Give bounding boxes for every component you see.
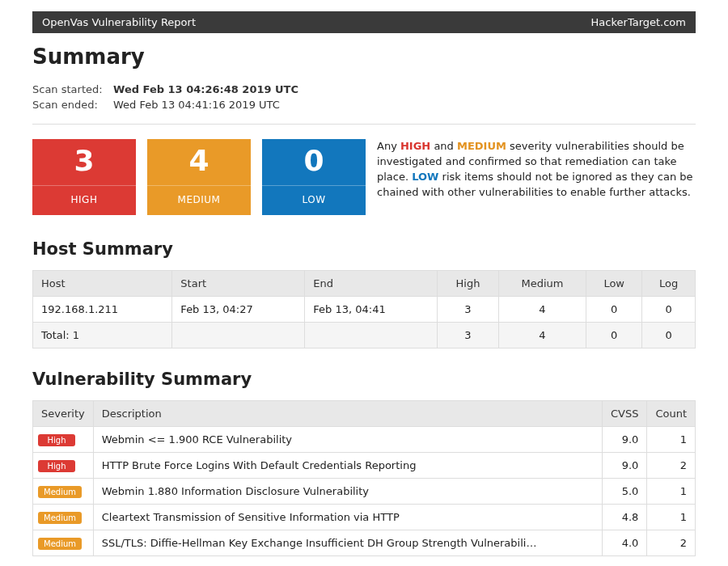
cell-medium: 4: [498, 297, 586, 323]
severity-medium-count: 4: [147, 139, 251, 185]
table-row: MediumCleartext Transmission of Sensitiv…: [33, 505, 696, 530]
col-count: Count: [647, 401, 696, 427]
cell-description: Webmin <= 1.900 RCE Vulnerability: [93, 427, 602, 453]
col-log: Log: [642, 271, 696, 297]
host-summary-heading: Host Summary: [32, 239, 696, 259]
col-start: Start: [172, 271, 305, 297]
host-summary-table: Host Start End High Medium Low Log 192.1…: [32, 270, 696, 348]
table-row: MediumSSL/TLS: Diffie-Hellman Key Exchan…: [33, 530, 696, 556]
cell-cvss: 4.8: [602, 505, 646, 530]
total-medium: 4: [498, 323, 586, 348]
severity-box-medium: 4 MEDIUM: [147, 139, 251, 215]
severity-pill: High: [38, 460, 75, 472]
cell-severity: High: [33, 427, 94, 453]
table-row: MediumWebmin 1.880 Information Disclosur…: [33, 479, 696, 505]
severity-high-count: 3: [32, 139, 136, 185]
severity-low-count: 0: [262, 139, 366, 185]
cell-severity: Medium: [33, 530, 94, 556]
cell-cvss: 5.0: [602, 479, 646, 505]
vuln-summary-heading: Vulnerability Summary: [32, 370, 696, 389]
cell-severity: Medium: [33, 505, 94, 530]
scan-end-row: Scan ended: Wed Feb 13 04:41:16 2019 UTC: [32, 99, 696, 111]
cell-severity: Medium: [33, 479, 94, 505]
severity-low-label: LOW: [262, 185, 366, 215]
cell-count: 2: [647, 530, 696, 556]
vuln-summary-table: Severity Description CVSS Count HighWebm…: [32, 400, 696, 556]
severity-box-high: 3 HIGH: [32, 139, 136, 215]
table-header-row: Host Start End High Medium Low Log: [33, 271, 696, 297]
col-description: Description: [93, 401, 602, 427]
col-high: High: [438, 271, 499, 297]
scan-end-label: Scan ended:: [32, 99, 113, 111]
note-high-word: HIGH: [400, 140, 430, 152]
cell-high: 3: [438, 297, 499, 323]
col-cvss: CVSS: [602, 401, 646, 427]
col-low: Low: [586, 271, 642, 297]
cell-description: Cleartext Transmission of Sensitive Info…: [93, 505, 602, 530]
host-total-row: Total: 1 3 4 0 0: [33, 323, 696, 348]
cell-count: 2: [647, 453, 696, 479]
note-text: Any: [377, 140, 400, 152]
cell-low: 0: [586, 297, 642, 323]
cell-severity: High: [33, 453, 94, 479]
cell-log: 0: [642, 297, 696, 323]
cell-cvss: 9.0: [602, 427, 646, 453]
total-low: 0: [586, 323, 642, 348]
table-row: HighWebmin <= 1.900 RCE Vulnerability9.0…: [33, 427, 696, 453]
severity-pill: High: [38, 434, 75, 446]
cell-description: HTTP Brute Force Logins With Default Cre…: [93, 453, 602, 479]
note-medium-word: MEDIUM: [457, 140, 506, 152]
scan-start-label: Scan started:: [32, 83, 113, 95]
severity-row: 3 HIGH 4 MEDIUM 0 LOW Any HIGH and MEDIU…: [32, 139, 696, 215]
table-header-row: Severity Description CVSS Count: [33, 401, 696, 427]
severity-note: Any HIGH and MEDIUM severity vulnerabili…: [377, 139, 696, 200]
severity-medium-label: MEDIUM: [147, 185, 251, 215]
col-host: Host: [33, 271, 172, 297]
note-text: and: [430, 140, 457, 152]
summary-heading: Summary: [32, 44, 696, 69]
severity-pill: Medium: [38, 512, 82, 524]
scan-start-row: Scan started: Wed Feb 13 04:26:48 2019 U…: [32, 83, 696, 95]
scan-end-value: Wed Feb 13 04:41:16 2019 UTC: [113, 99, 280, 111]
severity-pill: Medium: [38, 486, 82, 498]
col-end: End: [305, 271, 438, 297]
scan-meta: Scan started: Wed Feb 13 04:26:48 2019 U…: [32, 83, 696, 111]
cell-cvss: 4.0: [602, 530, 646, 556]
topbar: OpenVas Vulnerability Report HackerTarge…: [32, 11, 696, 33]
table-row: 192.168.1.211Feb 13, 04:27Feb 13, 04:413…: [33, 297, 696, 323]
report-page: OpenVas Vulnerability Report HackerTarge…: [0, 0, 728, 566]
total-high: 3: [438, 323, 499, 348]
total-label: Total: 1: [33, 323, 172, 348]
cell-description: Webmin 1.880 Information Disclosure Vuln…: [93, 479, 602, 505]
report-source: HackerTarget.com: [591, 16, 686, 28]
cell-host: 192.168.1.211: [33, 297, 172, 323]
scan-start-value: Wed Feb 13 04:26:48 2019 UTC: [113, 83, 298, 95]
note-low-word: LOW: [412, 171, 438, 183]
cell-start: Feb 13, 04:27: [172, 297, 305, 323]
cell-count: 1: [647, 505, 696, 530]
severity-pill: Medium: [38, 538, 82, 550]
cell-end: Feb 13, 04:41: [305, 297, 438, 323]
divider: [32, 124, 696, 125]
report-title: OpenVas Vulnerability Report: [42, 16, 196, 28]
cell-count: 1: [647, 427, 696, 453]
severity-box-low: 0 LOW: [262, 139, 366, 215]
cell-count: 1: [647, 479, 696, 505]
cell-cvss: 9.0: [602, 453, 646, 479]
total-log: 0: [642, 323, 696, 348]
table-row: HighHTTP Brute Force Logins With Default…: [33, 453, 696, 479]
col-severity: Severity: [33, 401, 94, 427]
severity-high-label: HIGH: [32, 185, 136, 215]
cell-description: SSL/TLS: Diffie-Hellman Key Exchange Ins…: [93, 530, 602, 556]
col-medium: Medium: [498, 271, 586, 297]
